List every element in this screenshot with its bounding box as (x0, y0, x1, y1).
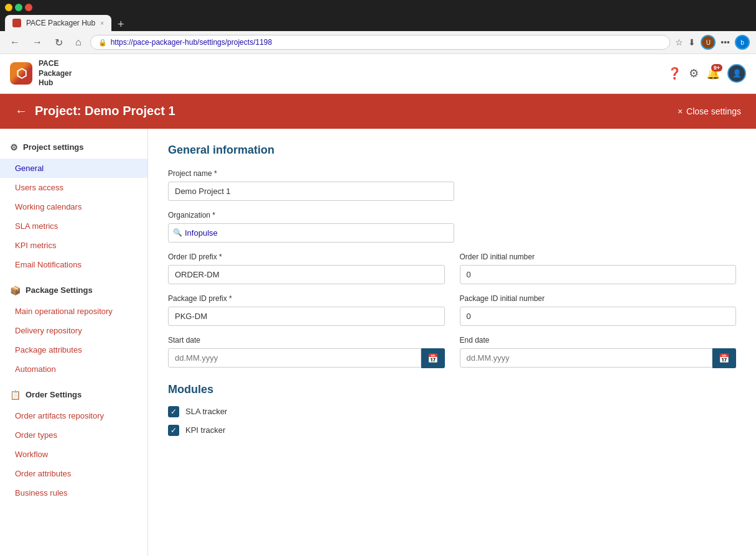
calendar-icon-end: 📅 (719, 353, 729, 363)
package-id-initial-col: Package ID initial number (460, 294, 737, 326)
help-button[interactable]: ❓ (668, 67, 681, 80)
kpi-tracker-module: ✓ KPI tracker (168, 425, 736, 436)
sidebar-item-automation[interactable]: Automation (0, 359, 147, 379)
sidebar: ⚙ Project settings General Users access … (0, 129, 148, 556)
main-layout: ⚙ Project settings General Users access … (0, 129, 756, 556)
window-controls[interactable] (5, 4, 32, 11)
maximize-button[interactable] (15, 4, 22, 11)
page-header: ← Project: Demo Project 1 × Close settin… (0, 94, 756, 129)
project-settings-header: ⚙ Project settings (0, 136, 147, 159)
organization-input[interactable] (168, 223, 454, 243)
kpi-tracker-label: KPI tracker (185, 425, 225, 435)
help-icon: ❓ (668, 67, 681, 80)
app-logo: ⬡ PACE Packager Hub (10, 59, 72, 88)
calendar-icon: 📅 (427, 353, 438, 363)
home-button[interactable]: ⌂ (72, 35, 85, 49)
start-date-input[interactable] (168, 348, 421, 368)
user-avatar[interactable]: 👤 (727, 64, 746, 83)
package-settings-label: Package Settings (26, 285, 93, 295)
kpi-tracker-checkbox[interactable]: ✓ (168, 425, 179, 436)
project-name-input[interactable] (168, 182, 454, 201)
package-id-row: Package ID prefix * Package ID initial n… (168, 294, 736, 326)
refresh-button[interactable]: ↻ (51, 35, 67, 50)
download-icon[interactable]: ⬇ (688, 37, 696, 47)
sla-tracker-checkbox[interactable]: ✓ (168, 406, 179, 417)
app-header: ⬡ PACE Packager Hub ❓ ⚙ 🔔 9+ 👤 (0, 54, 756, 94)
close-icon: × (678, 106, 683, 116)
back-arrow-button[interactable]: ← (15, 104, 27, 118)
profile-avatar[interactable]: U (701, 35, 716, 50)
order-id-prefix-col: Order ID prefix * (168, 253, 445, 284)
settings-button[interactable]: ⚙ (689, 67, 699, 80)
address-bar: ← → ↻ ⌂ 🔒 https://pace-packager-hub/sett… (0, 31, 756, 54)
end-date-input[interactable] (460, 348, 713, 368)
order-id-initial-col: Order ID initial number (460, 253, 737, 284)
organization-group: Organization * 🔍 (168, 211, 736, 243)
url-text: https://pace-packager-hub/settings/proje… (111, 38, 273, 47)
tab-close-button[interactable]: × (100, 20, 104, 27)
general-info-title: General information (168, 144, 736, 157)
logo-icon: ⬡ (10, 62, 32, 85)
app-logo-text: PACE Packager Hub (39, 59, 72, 88)
favorites-icon[interactable]: ☆ (675, 37, 683, 47)
sla-tracker-module: ✓ SLA tracker (168, 406, 736, 417)
organization-input-wrapper: 🔍 (168, 223, 454, 243)
sidebar-item-kpi-metrics[interactable]: KPI metrics (0, 236, 147, 255)
order-settings-label: Order Settings (26, 390, 82, 399)
project-name-label: Project name * (168, 169, 736, 178)
new-tab-button[interactable]: + (114, 18, 128, 31)
package-id-prefix-input[interactable] (168, 307, 445, 326)
notifications-button[interactable]: 🔔 9+ (706, 67, 720, 80)
tab-bar: PACE Packager Hub × + (5, 15, 751, 31)
order-id-initial-label: Order ID initial number (460, 253, 737, 261)
order-id-row: Order ID prefix * Order ID initial numbe… (168, 253, 736, 284)
package-id-initial-label: Package ID initial number (460, 294, 737, 303)
logo-symbol: ⬡ (16, 66, 27, 81)
page-title: Project: Demo Project 1 (35, 104, 175, 118)
start-date-wrapper: 📅 (168, 348, 445, 368)
project-name-group: Project name * (168, 169, 736, 201)
end-date-calendar-button[interactable]: 📅 (712, 348, 736, 368)
sidebar-item-workflow[interactable]: Workflow (0, 445, 147, 464)
order-id-initial-input[interactable] (460, 265, 737, 284)
org-search-icon: 🔍 (173, 228, 182, 237)
minimize-button[interactable] (5, 4, 12, 11)
bing-avatar[interactable]: b (735, 35, 750, 50)
start-date-calendar-button[interactable]: 📅 (421, 348, 445, 368)
browser-chrome: PACE Packager Hub × + (0, 0, 756, 31)
order-id-prefix-label: Order ID prefix * (168, 253, 445, 261)
date-row: Start date 📅 End date 📅 (168, 336, 736, 368)
close-settings-button[interactable]: × Close settings (678, 106, 741, 116)
end-date-col: End date 📅 (460, 336, 737, 368)
package-id-initial-input[interactable] (460, 307, 737, 326)
sidebar-item-sla-metrics[interactable]: SLA metrics (0, 216, 147, 236)
sidebar-item-package-attributes[interactable]: Package attributes (0, 340, 147, 359)
sidebar-item-business-rules[interactable]: Business rules (0, 483, 147, 503)
sidebar-item-order-attributes[interactable]: Order attributes (0, 464, 147, 483)
start-date-col: Start date 📅 (168, 336, 445, 368)
order-id-prefix-input[interactable] (168, 265, 445, 284)
forward-button[interactable]: → (29, 35, 46, 49)
gear-icon: ⚙ (689, 67, 699, 80)
sidebar-item-general[interactable]: General (0, 159, 147, 178)
back-button[interactable]: ← (6, 35, 24, 49)
sidebar-item-main-operational-repository[interactable]: Main operational repository (0, 302, 147, 321)
sidebar-item-order-artifacts-repository[interactable]: Order artifacts repository (0, 406, 147, 425)
sidebar-item-email-notifications[interactable]: Email Notifications (0, 255, 147, 274)
sidebar-item-delivery-repository[interactable]: Delivery repository (0, 321, 147, 340)
active-tab[interactable]: PACE Packager Hub × (5, 15, 111, 31)
more-icon[interactable]: ••• (721, 37, 730, 47)
sidebar-item-order-types[interactable]: Order types (0, 425, 147, 445)
order-settings-icon: 📋 (10, 390, 21, 400)
tab-favicon (12, 19, 21, 27)
address-input[interactable]: 🔒 https://pace-packager-hub/settings/pro… (90, 35, 671, 50)
package-settings-icon: 📦 (10, 285, 21, 295)
close-window-button[interactable] (25, 4, 32, 11)
page-header-left: ← Project: Demo Project 1 (15, 104, 175, 118)
header-actions: ❓ ⚙ 🔔 9+ 👤 (668, 64, 746, 83)
package-settings-header: 📦 Package Settings (0, 279, 147, 302)
security-icon: 🔒 (98, 39, 107, 47)
sidebar-item-working-calendars[interactable]: Working calendars (0, 197, 147, 216)
start-date-label: Start date (168, 336, 445, 345)
sidebar-item-users-access[interactable]: Users access (0, 178, 147, 197)
